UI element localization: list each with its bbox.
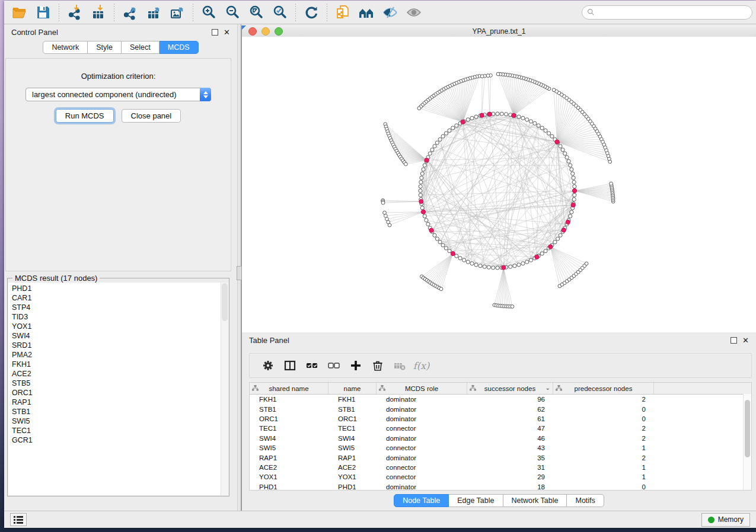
namespace-icon xyxy=(556,385,562,392)
first-neighbors-icon[interactable] xyxy=(355,3,378,22)
mcds-result-item[interactable]: SRD1 xyxy=(12,341,221,350)
run-mcds-button[interactable]: Run MCDS xyxy=(56,109,114,123)
mcds-panel: Optimization criterion: largest connecte… xyxy=(5,58,231,271)
search-input[interactable] xyxy=(582,5,752,20)
table-row[interactable]: ORC1ORC1dominator610 xyxy=(250,414,751,424)
column-header-successor-nodes[interactable]: successor nodes⌄ xyxy=(467,383,553,394)
table-row[interactable]: TEC1TEC1connector472 xyxy=(250,424,751,433)
column-header-MCDS-role[interactable]: MCDS role xyxy=(377,383,467,394)
import-network-icon[interactable] xyxy=(63,3,87,22)
table-row[interactable]: YOX1YOX1connector291 xyxy=(250,472,751,482)
mcds-result-item[interactable]: STB5 xyxy=(12,379,221,388)
close-table-panel-icon[interactable]: ✕ xyxy=(742,336,749,344)
criterion-dropdown[interactable]: largest connected component (undirected) xyxy=(25,88,211,101)
zoom-selected-icon[interactable] xyxy=(268,3,292,22)
zoom-in-icon[interactable] xyxy=(197,3,221,22)
table-row[interactable]: SWI4SWI4dominator462 xyxy=(250,434,751,443)
cell-MCDS-role: connector xyxy=(377,444,467,451)
export-table-icon[interactable] xyxy=(142,3,165,22)
table-row[interactable]: FKH1FKH1dominator962 xyxy=(250,395,751,404)
tab-node-table[interactable]: Node Table xyxy=(394,494,449,507)
mcds-result-item[interactable]: PHD1 xyxy=(12,284,221,293)
task-history-button[interactable] xyxy=(10,513,27,526)
cell-shared-name: PHD1 xyxy=(250,483,328,491)
memory-button[interactable]: Memory xyxy=(701,513,750,527)
show-all-icon[interactable] xyxy=(402,3,426,22)
mcds-result-item[interactable]: PMA2 xyxy=(12,350,221,360)
column-header-name[interactable]: name xyxy=(328,383,377,394)
mcds-result-item[interactable]: YOX1 xyxy=(12,322,221,331)
tab-edge-table[interactable]: Edge Table xyxy=(449,494,503,507)
vertical-splitter[interactable] xyxy=(237,24,241,511)
float-table-panel-icon[interactable] xyxy=(731,337,737,344)
refresh-icon[interactable] xyxy=(299,3,323,22)
mcds-result-item[interactable]: CAR1 xyxy=(12,293,221,303)
tab-mcds[interactable]: MCDS xyxy=(160,41,199,54)
tab-motifs[interactable]: Motifs xyxy=(567,494,604,507)
mcds-result-item[interactable]: RAP1 xyxy=(12,398,221,407)
mcds-result-item[interactable]: ACE2 xyxy=(12,369,221,379)
table-row[interactable]: STB1STB1dominator620 xyxy=(250,404,751,414)
open-file-icon[interactable] xyxy=(8,3,31,22)
column-split-icon[interactable] xyxy=(279,356,301,375)
cell-successor-nodes: 18 xyxy=(467,483,553,491)
fx-icon: f(x) xyxy=(410,356,432,375)
mcds-result-item[interactable]: GCR1 xyxy=(12,435,221,445)
network-graph[interactable] xyxy=(242,37,756,332)
export-image-icon[interactable] xyxy=(165,3,189,22)
mcds-result-item[interactable]: SWI5 xyxy=(12,416,221,426)
close-panel-button[interactable]: Close panel xyxy=(122,109,181,123)
gear-icon[interactable] xyxy=(257,356,279,375)
deselect-all-icon[interactable] xyxy=(323,356,344,375)
column-header-predecessor-nodes[interactable]: predecessor nodes xyxy=(553,383,654,394)
cell-successor-nodes: 96 xyxy=(467,396,553,403)
tab-style[interactable]: Style xyxy=(88,41,122,54)
select-all-icon[interactable] xyxy=(301,356,323,375)
sort-caret-icon[interactable]: ⌄ xyxy=(546,384,550,391)
mcds-result-item[interactable]: TID3 xyxy=(12,312,221,322)
cell-MCDS-role: dominator xyxy=(377,406,467,413)
copy-network-icon[interactable] xyxy=(331,3,355,22)
import-table-icon[interactable] xyxy=(87,3,110,22)
network-window-titlebar[interactable]: YPA_prune.txt_1 xyxy=(242,25,756,37)
table-scrollbar-thumb[interactable] xyxy=(745,400,750,457)
cell-name: RAP1 xyxy=(328,454,377,462)
cell-shared-name: YOX1 xyxy=(250,473,328,480)
mcds-result-item[interactable]: SWI4 xyxy=(12,331,221,341)
main-toolbar xyxy=(4,1,756,24)
mcds-result-item[interactable]: STB1 xyxy=(12,407,221,416)
column-header-shared-name[interactable]: shared name xyxy=(250,383,328,394)
cell-predecessor-nodes: 2 xyxy=(553,454,654,462)
table-row[interactable]: ACE2ACE2connector311 xyxy=(250,463,751,472)
toolbar-separator xyxy=(193,4,193,21)
tab-select[interactable]: Select xyxy=(122,41,160,54)
cell-name: ACE2 xyxy=(328,464,377,471)
mcds-result-item[interactable]: STP4 xyxy=(12,303,221,312)
mcds-result-item[interactable]: ORC1 xyxy=(12,388,221,398)
zoom-out-icon[interactable] xyxy=(221,3,244,22)
application-window: Control Panel ✕ NetworkStyleSelectMCDS O… xyxy=(4,1,756,528)
table-row[interactable]: PHD1PHD1dominator180 xyxy=(250,482,751,491)
add-column-icon[interactable] xyxy=(344,356,366,375)
float-panel-icon[interactable] xyxy=(212,29,218,36)
table-row[interactable]: SWI5SWI5connector431 xyxy=(250,443,751,453)
table-row[interactable]: RAP1RAP1dominator352 xyxy=(250,453,751,462)
save-session-icon[interactable] xyxy=(31,3,55,22)
status-bar: Memory xyxy=(4,511,756,528)
delete-column-icon[interactable] xyxy=(366,356,388,375)
cell-MCDS-role: dominator xyxy=(377,435,467,442)
mcds-list-scrollbar[interactable] xyxy=(221,283,228,495)
export-network-icon[interactable] xyxy=(118,3,142,22)
tab-network-table[interactable]: Network Table xyxy=(503,494,567,507)
close-panel-icon[interactable]: ✕ xyxy=(224,28,230,36)
zoom-fit-icon[interactable] xyxy=(244,3,268,22)
tab-network[interactable]: Network xyxy=(43,41,88,54)
network-canvas[interactable] xyxy=(242,37,756,332)
table-scrollbar[interactable] xyxy=(743,394,751,490)
mcds-result-item[interactable]: FKH1 xyxy=(12,360,221,369)
mcds-result-item[interactable]: TEC1 xyxy=(12,426,221,435)
hide-selected-icon[interactable] xyxy=(378,3,402,22)
node-table: shared namenameMCDS rolesuccessor nodes⌄… xyxy=(249,382,752,491)
cell-successor-nodes: 35 xyxy=(467,454,553,462)
search-field[interactable] xyxy=(598,8,747,17)
